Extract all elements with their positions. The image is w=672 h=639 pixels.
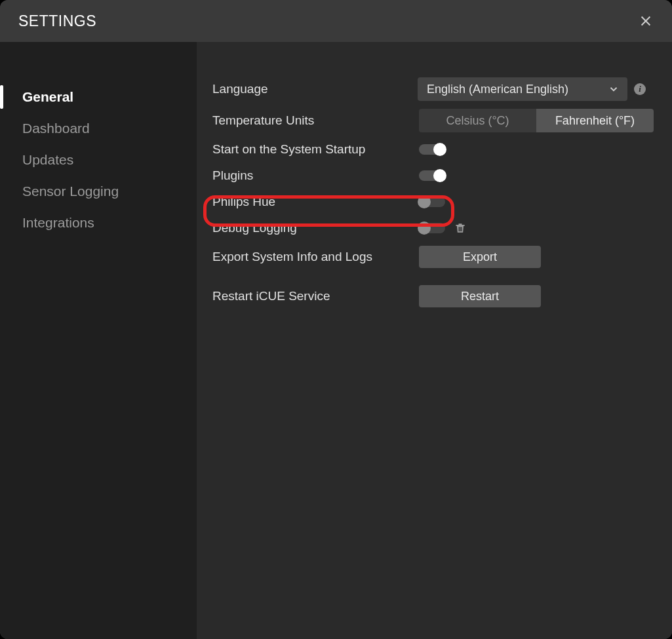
row-startup: Start on the System Startup — [212, 136, 654, 163]
titlebar: SETTINGS — [0, 0, 672, 42]
close-icon — [639, 14, 653, 28]
sidebar-item-integrations[interactable]: Integrations — [0, 207, 197, 239]
window-title: SETTINGS — [18, 12, 96, 30]
language-label: Language — [212, 82, 418, 96]
hue-label: Philips Hue — [212, 195, 419, 209]
temperature-label: Temperature Units — [212, 113, 419, 128]
plugins-toggle[interactable] — [419, 170, 445, 181]
window-body: General Dashboard Updates Sensor Logging… — [0, 42, 672, 639]
chevron-down-icon — [608, 83, 620, 95]
language-select[interactable]: English (American English) — [418, 77, 627, 101]
trash-icon — [454, 221, 467, 235]
export-label: Export System Info and Logs — [212, 250, 419, 264]
restart-label: Restart iCUE Service — [212, 289, 419, 303]
row-philips-hue: Philips Hue — [212, 189, 654, 215]
debug-toggle[interactable] — [419, 223, 445, 233]
sidebar-item-general[interactable]: General — [0, 81, 197, 113]
hue-toggle[interactable] — [419, 197, 445, 207]
row-plugins: Plugins — [212, 163, 654, 189]
toggle-knob — [433, 169, 446, 182]
sidebar-item-updates[interactable]: Updates — [0, 144, 197, 176]
export-button[interactable]: Export — [419, 246, 541, 268]
language-value: English (American English) — [427, 83, 568, 96]
sidebar-item-label: Updates — [22, 152, 73, 168]
main-panel: Language English (American English) i Te… — [197, 42, 672, 639]
sidebar: General Dashboard Updates Sensor Logging… — [0, 42, 197, 639]
sidebar-item-label: Integrations — [22, 215, 94, 231]
sidebar-item-label: Sensor Logging — [22, 184, 119, 199]
startup-toggle[interactable] — [419, 144, 445, 155]
temperature-celsius-button[interactable]: Celsius (°C) — [419, 109, 536, 132]
delete-logs-button[interactable] — [453, 221, 467, 235]
plugins-label: Plugins — [212, 168, 419, 183]
row-export: Export System Info and Logs Export — [212, 241, 654, 273]
sidebar-item-dashboard[interactable]: Dashboard — [0, 113, 197, 144]
restart-button[interactable]: Restart — [419, 285, 541, 307]
info-icon[interactable]: i — [634, 83, 646, 95]
row-restart: Restart iCUE Service Restart — [212, 281, 654, 312]
toggle-knob — [433, 143, 446, 156]
settings-window: SETTINGS General Dashboard Updates Senso… — [0, 0, 672, 639]
temperature-segmented: Celsius (°C) Fahrenheit (°F) — [419, 109, 654, 132]
sidebar-item-label: Dashboard — [22, 121, 90, 136]
startup-label: Start on the System Startup — [212, 142, 419, 157]
toggle-knob — [418, 222, 431, 235]
temperature-fahrenheit-button[interactable]: Fahrenheit (°F) — [536, 109, 654, 132]
sidebar-item-sensor-logging[interactable]: Sensor Logging — [0, 176, 197, 207]
row-debug-logging: Debug Logging — [212, 215, 654, 241]
debug-label: Debug Logging — [212, 221, 419, 235]
toggle-knob — [418, 195, 431, 208]
sidebar-item-label: General — [22, 89, 73, 105]
row-language: Language English (American English) i — [212, 73, 654, 105]
row-temperature: Temperature Units Celsius (°C) Fahrenhei… — [212, 105, 654, 136]
close-button[interactable] — [635, 10, 656, 31]
